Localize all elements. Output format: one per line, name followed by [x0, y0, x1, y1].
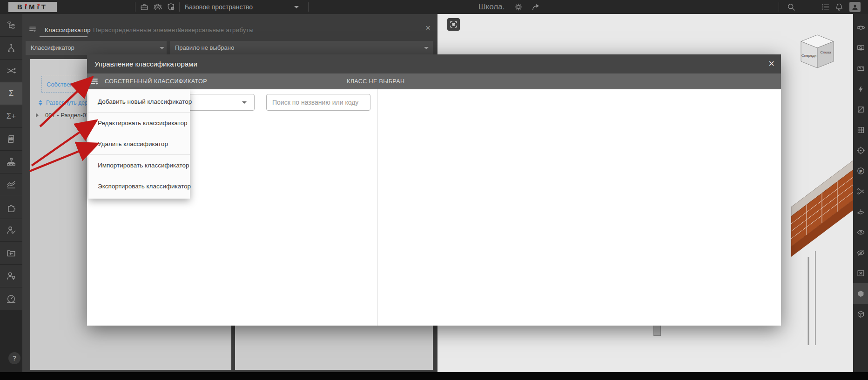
account-button[interactable]	[849, 2, 861, 12]
trend-chart-icon	[6, 180, 16, 190]
tool-plugins[interactable]	[0, 196, 22, 219]
tool-model-view[interactable]	[853, 283, 868, 304]
team-icon	[153, 2, 162, 12]
modal-close-button[interactable]: ×	[768, 59, 774, 69]
tool-screen-cube[interactable]	[853, 38, 868, 58]
tool-org-chart[interactable]	[0, 151, 22, 173]
menu-item-export-classifier[interactable]: Экспортировать классификатор	[88, 176, 190, 197]
tool-quick-actions[interactable]	[853, 79, 868, 99]
menu-arrow-icon	[28, 25, 37, 33]
app-window: BiMiT Базовое пространство Школа.	[0, 0, 868, 380]
tool-2d-docs[interactable]: 2D	[0, 128, 22, 150]
sigma-plus-icon: Σ+	[7, 112, 16, 121]
classifier-search-input[interactable]	[266, 94, 370, 111]
chevron-down-icon	[242, 101, 247, 104]
classifier-dropdown[interactable]: Классификатор	[26, 41, 167, 55]
tasks-list-button[interactable]	[821, 2, 830, 13]
tool-show[interactable]	[853, 222, 868, 242]
classifier-management-modal: Управление классификаторами × СОБСТВЕННЫ…	[87, 54, 781, 326]
user-location-icon	[6, 271, 16, 281]
tree-item-label: 001 - Раздел-01	[45, 112, 89, 119]
menu-item-add-classifier[interactable]: Добавить новый классификатор	[88, 91, 190, 112]
divider	[179, 2, 180, 12]
nav-cube-side-label[interactable]: Слева	[820, 50, 831, 54]
divider	[779, 2, 779, 12]
tool-target-point[interactable]	[853, 140, 868, 160]
tool-user-location[interactable]	[0, 265, 22, 287]
navigation-cube[interactable]: Спереди Слева	[796, 33, 839, 71]
tool-aggregation[interactable]: Σ	[0, 82, 22, 105]
structure-tree-icon	[6, 20, 16, 30]
modal-section-header-bar: СОБСТВЕННЫЙ КЛАССИФИКАТОР КЛАСС НЕ ВЫБРА…	[87, 73, 781, 89]
gear-icon	[514, 2, 523, 12]
tool-relations[interactable]	[0, 60, 22, 82]
project-settings-button[interactable]	[514, 2, 523, 13]
clip-plane-icon	[856, 207, 865, 216]
bottom-letterbox	[0, 372, 868, 380]
tool-orbit[interactable]	[853, 17, 868, 38]
search-button[interactable]	[787, 2, 796, 13]
panel-close-button[interactable]: ×	[425, 24, 431, 32]
menu-list-icon	[821, 2, 830, 12]
parking-icon: P	[856, 167, 865, 175]
share-button[interactable]	[531, 2, 540, 13]
workspace-selector[interactable]: Базовое пространство	[185, 0, 253, 14]
tool-clip-plane[interactable]	[853, 201, 868, 222]
classifier-actions-menu: Добавить новый классификатор Редактирова…	[88, 89, 190, 199]
tool-grid[interactable]	[853, 120, 868, 140]
projects-button[interactable]	[140, 2, 149, 13]
image-off-icon	[856, 269, 865, 278]
tree-row[interactable]: 001 - Раздел-01	[36, 112, 89, 119]
chevron-down-icon	[160, 47, 164, 49]
search-icon	[787, 2, 796, 12]
expand-tree-control[interactable]: Развернуть дер	[39, 100, 88, 106]
rule-dropdown[interactable]: Правило не выбрано	[170, 41, 433, 55]
tool-parking[interactable]: P	[853, 160, 868, 181]
menu-arrow-icon	[90, 77, 99, 86]
rule-dropdown-value: Правило не выбрано	[170, 44, 234, 51]
menu-item-edit-classifier[interactable]: Редактировать классификатор	[88, 113, 190, 133]
shield-clock-icon	[167, 2, 176, 12]
focus-selection-button[interactable]	[447, 18, 460, 31]
help-button[interactable]: ?	[8, 352, 20, 364]
nav-cube-front-label[interactable]: Спереди	[801, 53, 816, 58]
security-button[interactable]	[167, 2, 176, 13]
tool-measure[interactable]	[853, 58, 868, 79]
tool-section-cut[interactable]	[853, 181, 868, 201]
screen-cube-icon	[856, 44, 865, 53]
tool-trend-charts[interactable]	[0, 173, 22, 196]
classifier-actions-menu-button[interactable]	[90, 77, 99, 88]
svg-text:2D: 2D	[9, 137, 13, 141]
expand-tree-label: Развернуть дер	[46, 100, 88, 106]
cube-icon	[856, 289, 865, 298]
classifier-dropdown-value: Классификатор	[26, 44, 74, 51]
panel-menu-button[interactable]	[28, 25, 37, 35]
folder-transfer-icon	[6, 248, 16, 258]
tab-unassigned-elements[interactable]: Нераспределённые элементы	[93, 24, 182, 36]
tool-connections[interactable]	[0, 37, 22, 59]
tool-aggregation-add[interactable]: Σ+	[0, 105, 22, 127]
tool-model-settings[interactable]	[853, 304, 868, 324]
lightning-icon	[856, 85, 865, 93]
left-toolbar: Σ Σ+ 2D	[0, 14, 22, 372]
tool-folder-transfer[interactable]	[0, 242, 22, 264]
team-button[interactable]	[153, 2, 162, 13]
ruler-icon	[856, 64, 865, 73]
divider	[308, 2, 309, 12]
tool-hide[interactable]	[853, 242, 868, 263]
menu-item-delete-classifier[interactable]: Удалить классификатор	[88, 133, 190, 154]
tool-structure-tree[interactable]	[0, 14, 22, 36]
tool-hide-image[interactable]	[853, 263, 868, 283]
menu-item-import-classifier[interactable]: Импортировать классификатор	[88, 155, 190, 176]
tool-dashboard[interactable]	[0, 287, 22, 310]
own-classifier-header: СОБСТВЕННЫЙ КЛАССИФИКАТОР	[105, 73, 207, 89]
chevron-down-icon[interactable]	[294, 6, 299, 8]
tool-user-approvals[interactable]	[0, 219, 22, 241]
share-icon	[531, 2, 540, 12]
notifications-button[interactable]	[834, 2, 844, 13]
right-toolbar: P	[853, 14, 868, 372]
eye-icon	[856, 228, 865, 237]
tool-section-box[interactable]	[853, 99, 868, 120]
tab-classifier[interactable]: Классификатор	[45, 24, 91, 36]
tab-universal-attributes[interactable]: Универсальные атрибуты	[177, 24, 254, 36]
